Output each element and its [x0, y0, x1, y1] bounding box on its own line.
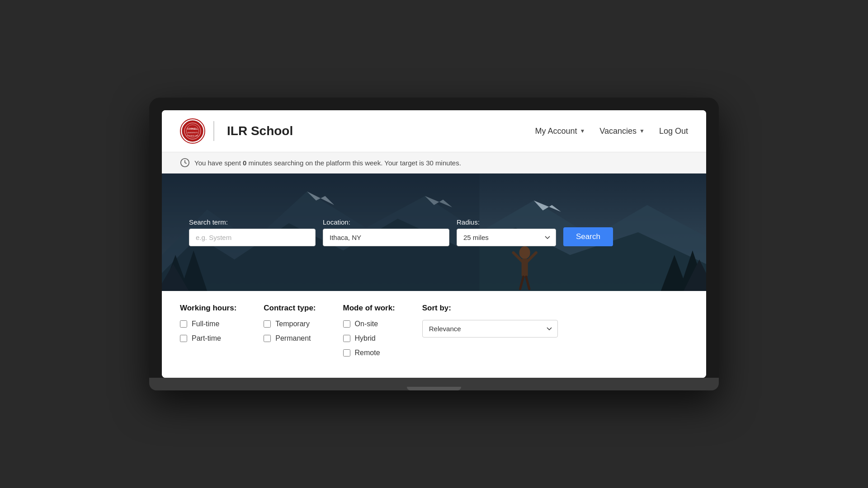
svg-text:UNIVERSITY: UNIVERSITY	[187, 131, 198, 134]
filters-section: Working hours: Full-time Part-time Contr…	[162, 291, 706, 378]
clock-icon	[180, 158, 190, 168]
laptop-frame: CORNELL UNIVERSITY FOUNDED 1865 ILR Scho…	[149, 98, 719, 390]
location-group: Location:	[323, 218, 449, 246]
log-out-nav[interactable]: Log Out	[659, 127, 688, 136]
sort-by-select[interactable]: Relevance Date Salary	[422, 320, 558, 338]
onsite-checkbox-item[interactable]: On-site	[343, 320, 395, 328]
site-title: ILR School	[227, 124, 293, 138]
temporary-checkbox-item[interactable]: Temporary	[264, 320, 316, 328]
contract-type-label: Contract type:	[264, 304, 316, 313]
parttime-checkbox-item[interactable]: Part-time	[180, 334, 236, 343]
header: CORNELL UNIVERSITY FOUNDED 1865 ILR Scho…	[162, 110, 706, 152]
svg-point-0	[182, 121, 203, 141]
parttime-label: Part-time	[192, 334, 221, 343]
logo-area: CORNELL UNIVERSITY FOUNDED 1865 ILR Scho…	[180, 118, 535, 144]
contract-type-group: Contract type: Temporary Permanent	[264, 304, 316, 347]
vacancies-caret-icon: ▼	[639, 128, 645, 134]
fulltime-checkbox[interactable]	[180, 320, 187, 328]
search-term-group: Search term:	[189, 218, 316, 246]
radius-label: Radius:	[457, 218, 556, 226]
hero-search-form: Search term: Location: Radius: 5 miles 1…	[162, 218, 706, 246]
temporary-label: Temporary	[275, 320, 310, 328]
permanent-checkbox-item[interactable]: Permanent	[264, 334, 316, 343]
search-button[interactable]: Search	[563, 227, 613, 246]
logo-circle: CORNELL UNIVERSITY FOUNDED 1865	[180, 118, 205, 144]
main-nav: My Account ▼ Vacancies ▼ Log Out	[535, 127, 688, 136]
sort-select-wrapper: Relevance Date Salary	[422, 320, 558, 338]
permanent-checkbox[interactable]	[264, 335, 271, 342]
mode-of-work-group: Mode of work: On-site Hybrid Remote	[343, 304, 395, 361]
working-hours-label: Working hours:	[180, 304, 236, 313]
logo-divider	[213, 121, 214, 141]
remote-checkbox-item[interactable]: Remote	[343, 349, 395, 357]
radius-group: Radius: 5 miles 10 miles 25 miles 50 mil…	[457, 218, 556, 246]
search-group: Search term: Location: Radius: 5 miles 1…	[189, 218, 613, 246]
cornell-seal-icon: CORNELL UNIVERSITY FOUNDED 1865	[181, 120, 204, 142]
svg-text:FOUNDED 1865: FOUNDED 1865	[187, 135, 198, 137]
onsite-label: On-site	[355, 320, 378, 328]
hybrid-checkbox[interactable]	[343, 335, 350, 342]
search-term-input[interactable]	[189, 229, 316, 246]
sort-by-label: Sort by:	[422, 304, 558, 313]
temporary-checkbox[interactable]	[264, 320, 271, 328]
svg-point-19	[519, 246, 530, 259]
remote-label: Remote	[355, 349, 380, 357]
laptop-base	[149, 378, 719, 390]
working-hours-group: Working hours: Full-time Part-time	[180, 304, 236, 347]
hybrid-checkbox-item[interactable]: Hybrid	[343, 334, 395, 343]
info-text: You have spent 0 minutes searching on th…	[194, 159, 461, 167]
onsite-checkbox[interactable]	[343, 320, 350, 328]
hybrid-label: Hybrid	[355, 334, 376, 343]
location-label: Location:	[323, 218, 449, 226]
parttime-checkbox[interactable]	[180, 335, 187, 342]
remote-checkbox[interactable]	[343, 349, 350, 357]
my-account-caret-icon: ▼	[580, 128, 585, 134]
fulltime-label: Full-time	[192, 320, 219, 328]
search-term-label: Search term:	[189, 218, 316, 226]
radius-select[interactable]: 5 miles 10 miles 25 miles 50 miles 100 m…	[457, 229, 556, 246]
permanent-label: Permanent	[275, 334, 311, 343]
location-input[interactable]	[323, 229, 449, 246]
screen: CORNELL UNIVERSITY FOUNDED 1865 ILR Scho…	[162, 110, 706, 378]
fulltime-checkbox-item[interactable]: Full-time	[180, 320, 236, 328]
my-account-nav[interactable]: My Account ▼	[535, 127, 585, 136]
info-bar: You have spent 0 minutes searching on th…	[162, 152, 706, 174]
filter-row: Working hours: Full-time Part-time Contr…	[180, 304, 688, 361]
sort-by-group: Sort by: Relevance Date Salary	[422, 304, 558, 338]
mode-of-work-label: Mode of work:	[343, 304, 395, 313]
hero-banner: Search term: Location: Radius: 5 miles 1…	[162, 174, 706, 291]
vacancies-nav[interactable]: Vacancies ▼	[599, 127, 645, 136]
svg-text:CORNELL: CORNELL	[187, 127, 198, 130]
